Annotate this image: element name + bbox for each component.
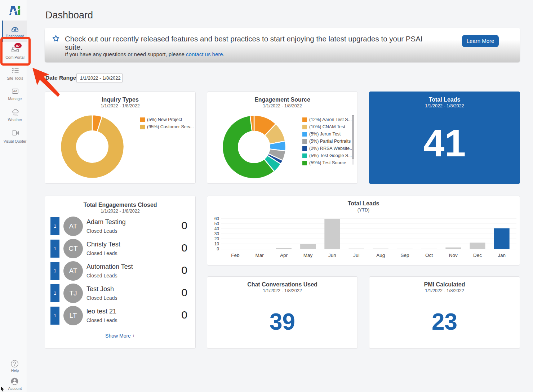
svg-text:40: 40	[214, 226, 219, 231]
svg-text:Ad: Ad	[13, 89, 17, 93]
svg-text:10: 10	[214, 241, 219, 246]
svg-text:Jul: Jul	[353, 253, 359, 258]
svg-text:50: 50	[214, 221, 219, 226]
svg-text:Dec: Dec	[473, 253, 482, 258]
svg-text:Jan: Jan	[498, 253, 506, 258]
svg-text:Jun: Jun	[328, 253, 336, 258]
svg-text:Oct: Oct	[425, 253, 433, 258]
svg-text:Nov: Nov	[449, 253, 458, 258]
svg-text:Mar: Mar	[256, 253, 264, 258]
svg-text:Feb: Feb	[231, 253, 239, 258]
svg-text:May: May	[303, 253, 313, 258]
svg-text:60: 60	[214, 216, 219, 221]
svg-text:Sep: Sep	[400, 253, 409, 258]
svg-text:30: 30	[214, 231, 219, 236]
svg-text:20: 20	[214, 236, 219, 241]
svg-text:Apr: Apr	[280, 253, 288, 258]
svg-text:0: 0	[217, 246, 219, 251]
svg-text:Aug: Aug	[376, 253, 385, 258]
